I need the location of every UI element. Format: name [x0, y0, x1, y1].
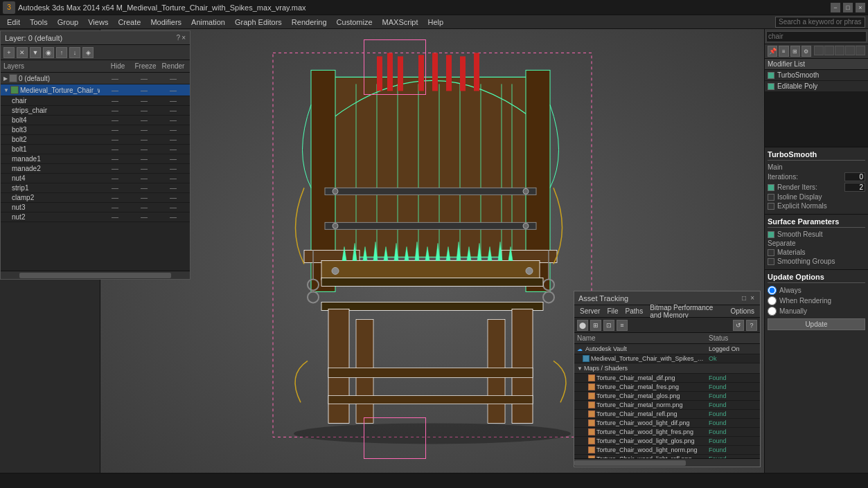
layer-item-bolt2[interactable]: bolt2 — — — [1, 135, 190, 145]
menu-customize[interactable]: Customize [333, 17, 377, 28]
layer-list[interactable]: ▶ 0 (default) — — — ▼ Medieval_Torture_C… [1, 73, 190, 271]
menu-graph-editors[interactable]: Graph Editors [231, 17, 286, 28]
menu-rendering[interactable]: Rendering [287, 17, 331, 28]
view-icon-4[interactable] [845, 46, 855, 55]
layer-item-manade2[interactable]: manade2 — — — [1, 164, 190, 174]
minimize-button[interactable]: − [831, 3, 840, 12]
layer-item-bolt1[interactable]: bolt1 — — — [1, 145, 190, 154]
at-tex-metal-dif[interactable]: Torture_Chair_metal_dif.png Found [574, 374, 760, 383]
at-maps-group[interactable]: ▼ Maps / Shaders [574, 363, 760, 374]
at-tool-3[interactable]: ⊡ [603, 320, 614, 331]
layer-item-nut3[interactable]: nut3 — — — [1, 203, 190, 213]
at-list[interactable]: ☁ Autodesk Vault Logged On Medieval_Tort… [574, 344, 760, 458]
at-tex-wood-fres[interactable]: Torture_Chair_wood_light_fres.png Found [574, 428, 760, 437]
layer-scrollbar[interactable] [19, 273, 170, 278]
materials-check[interactable] [768, 249, 774, 256]
layer-item-bolt4[interactable]: bolt4 — — — [1, 116, 190, 125]
at-maps-expand[interactable]: ▼ [577, 365, 583, 372]
layer-highlight-btn[interactable]: ◈ [82, 47, 94, 58]
layer-item-nut2[interactable]: nut2 — — — [1, 213, 190, 222]
at-tool-5[interactable]: ↺ [733, 320, 744, 331]
layer-move-down-btn[interactable]: ↓ [69, 47, 80, 58]
at-tex-metal-refl[interactable]: Torture_Chair_metal_refl.png Found [574, 410, 760, 419]
modifier-editpoly[interactable]: Editable Poly [765, 81, 868, 92]
object-search-field[interactable] [766, 31, 867, 42]
at-tex-wood-glos[interactable]: Torture_Chair_wood_light_glos.png Found [574, 437, 760, 446]
at-horizontal-scrollbar[interactable] [574, 458, 760, 467]
layer-item-chair[interactable]: chair — — — [1, 96, 190, 106]
view-icon-3[interactable] [835, 46, 844, 55]
at-menu-server[interactable]: Server [577, 307, 603, 315]
view-icon-1[interactable] [814, 46, 824, 55]
layer-item-strips_chair[interactable]: strips_chair — — — [1, 106, 190, 116]
menu-edit[interactable]: Edit [3, 17, 24, 28]
at-tool-6[interactable]: ? [746, 320, 757, 331]
menu-maxscript[interactable]: MAXScript [378, 17, 423, 28]
at-tex-metal-fres[interactable]: Torture_Chair_metal_fres.png Found [574, 383, 760, 392]
view-icon-2[interactable] [824, 46, 834, 55]
isoline-check[interactable] [768, 194, 774, 201]
iterations-input[interactable] [844, 172, 865, 181]
at-tool-4[interactable]: ≡ [617, 320, 628, 331]
layer-select-btn[interactable]: ◉ [43, 47, 54, 58]
at-close-btn[interactable]: × [749, 294, 756, 302]
at-scrollbar-thumb[interactable] [574, 460, 686, 466]
at-menu-options[interactable]: Options [728, 307, 757, 315]
at-minimize-btn[interactable]: □ [741, 294, 747, 302]
layer-item-clamp2[interactable]: clamp2 — — — [1, 193, 190, 203]
render-iters-input[interactable] [844, 183, 865, 192]
menu-create[interactable]: Create [114, 17, 145, 28]
turbosm-check[interactable] [768, 72, 774, 79]
at-menu-file[interactable]: File [604, 307, 621, 315]
at-tex-metal-glos[interactable]: Torture_Chair_metal_glos.png Found [574, 392, 760, 401]
manually-radio[interactable] [768, 307, 777, 316]
layer-manager-close[interactable]: × [181, 34, 186, 42]
layer-move-up-btn[interactable]: ↑ [56, 47, 67, 58]
view-icon-5[interactable] [856, 46, 865, 55]
at-menu-paths[interactable]: Paths [623, 307, 646, 315]
layer-new-btn[interactable]: + [3, 47, 15, 58]
at-menu-bitmap[interactable]: Bitmap Performance and Memory [647, 304, 726, 319]
when-rendering-radio[interactable] [768, 296, 777, 305]
explicit-check[interactable] [768, 203, 774, 210]
modifier-turbosm[interactable]: TurboSmooth [765, 70, 868, 81]
smooth-check[interactable] [768, 231, 774, 238]
menu-group[interactable]: Group [53, 17, 83, 28]
layer-item-strip1[interactable]: strip1 — — — [1, 183, 190, 193]
layer-item-nut4[interactable]: nut4 — — — [1, 174, 190, 183]
menu-tools[interactable]: Tools [26, 17, 52, 28]
render-iters-check[interactable] [768, 184, 774, 191]
expand-icon-2[interactable]: ▼ [3, 87, 9, 93]
close-button[interactable]: × [856, 3, 865, 12]
menu-animation[interactable]: Animation [187, 17, 229, 28]
pin-icon[interactable]: 📌 [768, 46, 777, 57]
layer-group-torture[interactable]: ▼ Medieval_Torture_Chair_with_Spikes — —… [1, 84, 190, 96]
settings-icon[interactable]: ⚙ [801, 46, 811, 57]
layer-group-default[interactable]: ▶ 0 (default) — — — [1, 73, 190, 84]
menu-help[interactable]: Help [424, 17, 448, 28]
expand-icon[interactable]: ▶ [3, 75, 8, 82]
update-button[interactable]: Update [768, 318, 865, 330]
at-tex-wood-dif[interactable]: Torture_Chair_wood_light_dif.png Found [574, 419, 760, 428]
menu-modifiers[interactable]: Modifiers [146, 17, 186, 28]
layer-delete-btn[interactable]: ✕ [17, 47, 28, 58]
list-icon[interactable]: ≡ [779, 46, 788, 57]
layer-item-manade1[interactable]: manade1 — — — [1, 154, 190, 164]
at-vault-group[interactable]: ☁ Autodesk Vault Logged On [574, 344, 760, 354]
search-input[interactable] [775, 17, 865, 28]
layer-manager-minimize[interactable]: ? [177, 34, 181, 42]
maximize-button[interactable]: □ [843, 3, 853, 12]
always-radio[interactable] [768, 286, 777, 295]
layer-scrollbar-area[interactable] [1, 271, 190, 279]
smoothing-check[interactable] [768, 258, 774, 265]
at-tool-1[interactable]: ⬤ [577, 320, 588, 331]
layer-add-btn[interactable]: ▼ [30, 47, 41, 58]
grid-icon[interactable]: ⊞ [790, 46, 800, 57]
at-maxfile-item[interactable]: Medieval_Torture_Chair_with_Spikes_max_v… [574, 354, 760, 363]
menu-views[interactable]: Views [84, 17, 112, 28]
layer-item-bolt3[interactable]: bolt3 — — — [1, 125, 190, 135]
editpoly-check[interactable] [768, 83, 774, 90]
at-tex-wood-norm[interactable]: Torture_Chair_wood_light_norm.png Found [574, 446, 760, 455]
at-tool-2[interactable]: ⊞ [590, 320, 601, 331]
at-tex-metal-norm[interactable]: Torture_Chair_metal_norm.png Found [574, 401, 760, 410]
